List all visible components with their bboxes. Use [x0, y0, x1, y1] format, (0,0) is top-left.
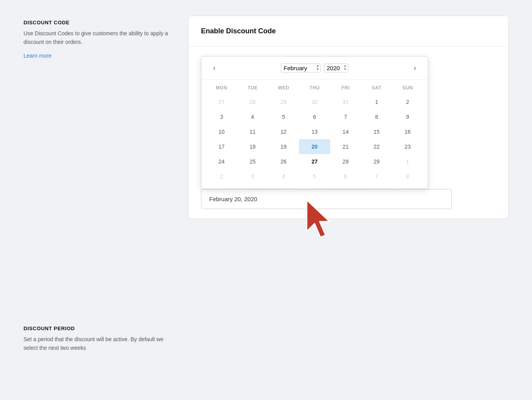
calendar: ‹ January February March April May [201, 56, 428, 189]
calendar-day[interactable]: 20 [299, 139, 330, 154]
calendar-day[interactable]: 11 [237, 124, 268, 139]
prev-month-button[interactable]: ‹ [209, 63, 219, 73]
discount-period-section: DISCOUNT PERIOD Set a period that the di… [24, 325, 172, 352]
calendar-day[interactable]: 7 [330, 109, 361, 124]
calendar-day[interactable]: 27 [206, 95, 237, 109]
calendar-day[interactable]: 4 [237, 109, 268, 124]
calendar-day[interactable]: 12 [268, 124, 299, 139]
discount-code-description: Use Discount Codes to give customers the… [24, 29, 172, 46]
card-body: ‹ January February March April May [188, 47, 508, 218]
discount-period-title: DISCOUNT PERIOD [24, 325, 172, 331]
left-panel: DISCOUNT CODE Use Discount Codes to give… [24, 16, 172, 359]
calendar-day[interactable]: 25 [237, 154, 268, 169]
day-header-fri: FRI [330, 84, 361, 92]
day-header-thu: THU [299, 84, 330, 92]
calendar-day[interactable]: 5 [299, 169, 330, 184]
discount-code-title: DISCOUNT CODE [24, 20, 172, 25]
day-header-sun: SUN [392, 84, 423, 92]
calendar-day[interactable]: 3 [237, 169, 268, 184]
calendar-day[interactable]: 8 [392, 169, 423, 184]
calendar-day[interactable]: 10 [206, 124, 237, 139]
calendar-day[interactable]: 6 [330, 169, 361, 184]
right-panel: Enable Discount Code ‹ January [188, 16, 508, 359]
month-select[interactable]: January February March April May June Ju… [281, 64, 321, 73]
day-header-wed: WED [268, 84, 299, 92]
calendar-day[interactable]: 16 [392, 124, 423, 139]
month-select-wrapper: January February March April May June Ju… [281, 64, 321, 73]
year-select[interactable]: 2018 2019 2020 2021 2022 [324, 64, 348, 73]
calendar-nav: ‹ January February March April May [201, 56, 428, 80]
calendar-day[interactable]: 4 [268, 169, 299, 184]
calendar-day[interactable]: 9 [392, 109, 423, 124]
calendar-day[interactable]: 26 [268, 154, 299, 169]
calendar-day[interactable]: 5 [268, 109, 299, 124]
calendar-day[interactable]: 3 [206, 109, 237, 124]
calendar-day[interactable]: 31 [330, 95, 361, 109]
calendar-day[interactable]: 17 [206, 139, 237, 154]
calendar-grid: MON TUE WED THU FRI SAT SUN 272829303112… [201, 80, 428, 189]
card-title: Enable Discount Code [201, 27, 276, 35]
calendar-day[interactable]: 2 [392, 95, 423, 109]
calendar-day[interactable]: 19 [268, 139, 299, 154]
discount-code-section: DISCOUNT CODE Use Discount Codes to give… [24, 20, 172, 59]
calendar-day[interactable]: 1 [361, 95, 392, 109]
calendar-day[interactable]: 8 [361, 109, 392, 124]
month-year-display: January February March April May June Ju… [281, 64, 348, 73]
days-header: MON TUE WED THU FRI SAT SUN [206, 80, 423, 95]
day-header-sat: SAT [361, 84, 392, 92]
calendar-day[interactable]: 30 [299, 95, 330, 109]
calendar-day[interactable]: 18 [237, 139, 268, 154]
day-header-tue: TUE [237, 84, 268, 92]
calendar-day[interactable]: 22 [361, 139, 392, 154]
calendar-day[interactable]: 21 [330, 139, 361, 154]
learn-more-link[interactable]: Learn more [24, 53, 52, 59]
page-container: DISCOUNT CODE Use Discount Codes to give… [0, 0, 532, 375]
card-header: Enable Discount Code [188, 16, 508, 47]
calendar-day[interactable]: 1 [392, 154, 423, 169]
calendar-days-grid: 2728293031123456789101112131415161718192… [206, 95, 423, 184]
calendar-day[interactable]: 6 [299, 109, 330, 124]
enable-discount-code-card: Enable Discount Code ‹ January [188, 16, 508, 219]
calendar-day[interactable]: 28 [237, 95, 268, 109]
year-select-wrapper: 2018 2019 2020 2021 2022 ▲▼ [324, 64, 348, 73]
calendar-day[interactable]: 15 [361, 124, 392, 139]
calendar-day[interactable]: 29 [268, 95, 299, 109]
calendar-day[interactable]: 29 [361, 154, 392, 169]
selected-date-input[interactable]: February 20, 2020 [201, 189, 452, 209]
calendar-day[interactable]: 28 [330, 154, 361, 169]
calendar-day[interactable]: 2 [206, 169, 237, 184]
calendar-day[interactable]: 27 [299, 154, 330, 169]
calendar-day[interactable]: 14 [330, 124, 361, 139]
calendar-day[interactable]: 24 [206, 154, 237, 169]
discount-period-description: Set a period that the discount will be a… [24, 335, 172, 352]
calendar-day[interactable]: 23 [392, 139, 423, 154]
calendar-day[interactable]: 7 [361, 169, 392, 184]
calendar-container: ‹ January February March April May [201, 56, 452, 209]
calendar-day[interactable]: 13 [299, 124, 330, 139]
day-header-mon: MON [206, 84, 237, 92]
next-month-button[interactable]: › [410, 63, 420, 73]
